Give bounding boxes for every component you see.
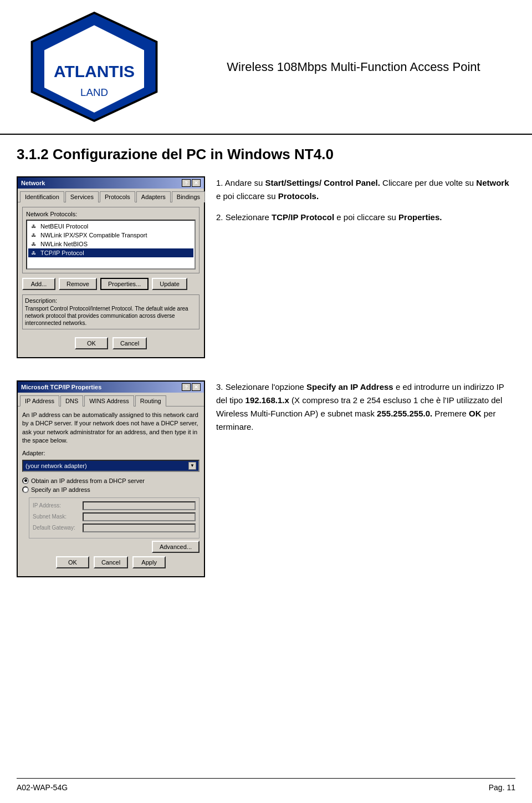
nwlink-netbios-icon: 🖧: [29, 240, 38, 248]
tab-services[interactable]: Services: [65, 191, 99, 202]
tab-wins-address[interactable]: WINS Address: [84, 395, 134, 406]
question-btn[interactable]: ?: [182, 179, 191, 187]
tcpip-dialog-titlebar: Microsoft TCP/IP Properties ? ✕: [18, 382, 204, 393]
instructions-top: 1. Andare su Start/Settings/ Control Pan…: [216, 176, 515, 232]
add-button[interactable]: Add...: [22, 278, 55, 290]
network-dialog-title: Network: [21, 180, 45, 186]
subnet-mask-field[interactable]: [83, 512, 196, 521]
section-title: 3.1.2 Configurazione del PC in Windows N…: [17, 146, 515, 163]
tcpip-dialog: Microsoft TCP/IP Properties ? ✕ IP Addre…: [17, 380, 205, 577]
ip-address-label: IP Address:: [33, 502, 83, 509]
specify-label: Specify an IP address: [31, 486, 90, 493]
network-dialog-body: Network Protocols: 🖧 NetBEUI Protocol 🖧 …: [18, 202, 204, 357]
tcpip-ok-button[interactable]: OK: [56, 556, 89, 568]
ip-address-field[interactable]: [83, 501, 196, 510]
tab-ip-address[interactable]: IP Address: [20, 395, 59, 406]
description-text: Transport Control Protocol/Internet Prot…: [25, 305, 197, 327]
description-group: Description: Transport Control Protocol/…: [22, 294, 200, 329]
main-content: 3.1.2 Configurazione del PC in Windows N…: [0, 135, 532, 588]
advanced-button[interactable]: Advanced...: [152, 541, 200, 553]
tab-dns[interactable]: DNS: [60, 395, 83, 406]
tab-protocols[interactable]: Protocols: [100, 191, 135, 202]
instruction-1: 1. Andare su Start/Settings/ Control Pan…: [216, 176, 515, 203]
tcpip-tabs: IP Address DNS WINS Address Routing: [18, 393, 204, 406]
tcpip-label: TCP/IP Protocol: [40, 250, 84, 256]
logo: ATLANTIS LAND: [11, 4, 177, 129]
list-item-tcpip[interactable]: 🖧 TCP/IP Protocol: [28, 248, 193, 257]
protocols-listbox[interactable]: 🖧 NetBEUI Protocol 🖧 NWLink IPX/SPX Comp…: [26, 220, 196, 270]
network-dialog: Network ? ✕ Identification Services Prot…: [17, 176, 205, 358]
description-title: Description:: [25, 297, 197, 304]
adapter-combo-row: (your network adapter) ▼: [22, 460, 200, 472]
network-dialog-titlebar: Network ? ✕: [18, 177, 204, 189]
adapter-dropdown[interactable]: (your network adapter) ▼: [22, 460, 200, 472]
ip-fields-group: IP Address: Subnet Mask: Default Gateway…: [29, 497, 200, 538]
instructions-bottom: 3. Selezionare l'opzione Specify an IP A…: [216, 380, 515, 441]
tcpip-dialog-body: An IP address can be automatically assig…: [18, 406, 204, 576]
adapter-label: Adapter:: [22, 450, 83, 456]
ok-button[interactable]: OK: [75, 337, 108, 349]
tab-bindings[interactable]: Bindings: [172, 191, 205, 202]
svg-text:LAND: LAND: [80, 87, 108, 98]
network-dialog-footer: OK Cancel: [22, 334, 200, 353]
radio-dhcp[interactable]: Obtain an IP address from a DHCP server: [22, 476, 200, 485]
adapter-row: Adapter:: [22, 450, 200, 456]
top-section: Network ? ✕ Identification Services Prot…: [17, 176, 515, 358]
protocol-action-buttons: Add... Remove Properties... Update: [22, 278, 200, 290]
specify-radio-button[interactable]: [22, 486, 29, 493]
network-tabs: Identification Services Protocols Adapte…: [18, 189, 204, 202]
nwlink-ipx-label: NWLink IPX/SPX Compatible Transport: [40, 232, 147, 238]
tcpip-apply-button[interactable]: Apply: [132, 556, 166, 568]
advanced-row: Advanced...: [22, 541, 200, 553]
instruction-3: 3. Selezionare l'opzione Specify an IP A…: [216, 380, 515, 434]
nwlink-ipx-icon: 🖧: [29, 231, 38, 239]
update-button[interactable]: Update: [152, 278, 187, 290]
gateway-field[interactable]: [83, 524, 196, 532]
tcpip-dialog-footer: OK Cancel Apply: [22, 553, 200, 572]
adapter-value: (your network adapter): [25, 463, 87, 469]
nwlink-netbios-label: NWLink NetBIOS: [40, 241, 88, 247]
close-btn[interactable]: ✕: [192, 179, 201, 187]
header-title: Wireless 108Mbps Multi-Function Access P…: [186, 60, 521, 74]
tcpip-close-btn[interactable]: ✕: [192, 383, 201, 391]
netbeui-label: NetBEUI Protocol: [40, 223, 88, 230]
cancel-button[interactable]: Cancel: [112, 337, 147, 349]
tcpip-dialog-title: Microsoft TCP/IP Properties: [21, 384, 101, 390]
page-number: Pag. 11: [489, 783, 515, 792]
netbeui-icon: 🖧: [29, 222, 38, 230]
tab-identification[interactable]: Identification: [20, 191, 64, 202]
tcpip-titlebar-buttons: ? ✕: [182, 383, 201, 391]
radio-specify[interactable]: Specify an IP address: [22, 485, 200, 494]
tcpip-cancel-button[interactable]: Cancel: [94, 556, 128, 568]
page-header: ATLANTIS LAND Wireless 108Mbps Multi-Fun…: [0, 0, 532, 135]
protocols-group: Network Protocols: 🖧 NetBEUI Protocol 🖧 …: [22, 207, 200, 273]
tab-routing[interactable]: Routing: [135, 395, 166, 406]
atlantis-logo: ATLANTIS LAND: [11, 4, 177, 129]
gateway-label: Default Gateway:: [33, 525, 83, 531]
protocols-label: Network Protocols:: [26, 211, 196, 217]
gateway-row: Default Gateway:: [33, 524, 196, 532]
dhcp-radio-button[interactable]: [22, 477, 29, 484]
list-item-nwlink-ipx[interactable]: 🖧 NWLink IPX/SPX Compatible Transport: [28, 231, 193, 240]
tcpip-info-text: An IP address can be automatically assig…: [22, 411, 200, 445]
instruction-2: 2. Selezionare TCP/IP Protocol e poi cli…: [216, 211, 515, 224]
model-number: A02-WAP-54G: [17, 783, 68, 792]
dhcp-label: Obtain an IP address from a DHCP server: [31, 477, 145, 484]
list-item-netbeui[interactable]: 🖧 NetBEUI Protocol: [28, 222, 193, 231]
adapter-dropdown-arrow[interactable]: ▼: [188, 462, 196, 470]
subnet-mask-label: Subnet Mask:: [33, 514, 83, 520]
tcpip-question-btn[interactable]: ?: [182, 383, 191, 391]
page-footer: A02-WAP-54G Pag. 11: [17, 778, 515, 792]
ip-address-row: IP Address:: [33, 501, 196, 510]
bottom-section: Microsoft TCP/IP Properties ? ✕ IP Addre…: [17, 380, 515, 577]
list-item-nwlink-netbios[interactable]: 🖧 NWLink NetBIOS: [28, 240, 193, 248]
titlebar-buttons: ? ✕: [182, 179, 201, 187]
remove-button[interactable]: Remove: [59, 278, 97, 290]
properties-button[interactable]: Properties...: [100, 278, 149, 290]
ip-radio-group: Obtain an IP address from a DHCP server …: [22, 476, 200, 494]
subnet-mask-row: Subnet Mask:: [33, 512, 196, 521]
svg-text:ATLANTIS: ATLANTIS: [54, 62, 135, 80]
tcpip-icon: 🖧: [29, 249, 38, 257]
tab-adapters[interactable]: Adapters: [136, 191, 171, 202]
